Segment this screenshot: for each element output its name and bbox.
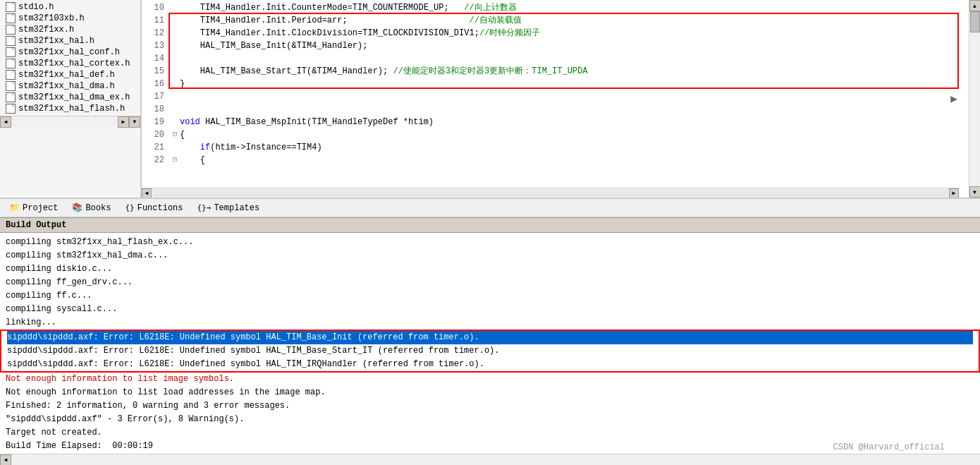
line-number: 11	[142, 14, 170, 27]
code-lines: 10 TIM4_Handler.Init.CounterMode=TIM_COU…	[142, 0, 969, 168]
project-icon: 📁	[9, 203, 20, 213]
tab-project-label: Project	[23, 203, 58, 213]
build-output-line: Finished: 2 information, 0 warning and 3…	[6, 399, 974, 413]
tab-books[interactable]: 📚 Books	[66, 200, 117, 216]
line-content: {	[180, 128, 969, 141]
vscroll-track[interactable]	[969, 11, 980, 186]
build-output-line: Target not created.	[6, 426, 974, 440]
code-line: 11 TIM4_Handler.Init.Period=arr; //自动装载值	[142, 14, 969, 27]
build-output-line: compiling ff_gen_drv.c...	[6, 276, 974, 289]
file-name: stm32f1xx_hal_dma.h	[18, 81, 115, 91]
file-item[interactable]: stdio.h	[0, 1, 140, 13]
line-content: {	[180, 154, 969, 167]
vscroll-up[interactable]: ▲	[969, 0, 981, 11]
file-name: stm32f1xx_hal_conf.h	[18, 47, 120, 57]
file-name: stm32f1xx_hal.h	[18, 36, 94, 46]
code-line: 10 TIM4_Handler.Init.CounterMode=TIM_COU…	[142, 1, 969, 14]
tab-functions[interactable]: {} Functions	[118, 200, 189, 216]
file-icon	[6, 59, 16, 68]
file-item[interactable]: stm32f103xb.h	[0, 13, 140, 24]
build-output-line: compiling syscall.c...	[6, 303, 974, 316]
file-item[interactable]: stm32f1xx_hal_dma.h	[0, 80, 140, 92]
error-highlight-box: sipddd\sipddd.axf: Error: L6218E: Undefi…	[0, 330, 980, 373]
line-number: 10	[142, 1, 170, 14]
file-name: stm32f1xx_hal_def.h	[18, 70, 115, 80]
file-item[interactable]: stm32f1xx_hal_cortex.h	[0, 58, 140, 69]
line-number: 12	[142, 27, 170, 40]
line-content: TIM4_Handler.Init.ClockDivision=TIM_CLOC…	[180, 27, 969, 40]
code-line: 14	[142, 52, 969, 65]
file-item[interactable]: stm32f1xx_hal.h	[0, 35, 140, 47]
watermark: CSDN @Harvard_official	[833, 442, 945, 452]
file-item[interactable]: stm32f1xx_hal_def.h	[0, 69, 140, 80]
build-output-line: compiling stm32f1xx_hal_dma.c...	[6, 249, 974, 262]
line-number: 20	[142, 128, 170, 141]
hscroll-left[interactable]: ◀	[142, 188, 152, 198]
line-number: 19	[142, 116, 170, 128]
line-content: HAL_TIM_Base_Start_IT(&TIM4_Handler); //…	[180, 65, 969, 78]
fold-indicator[interactable]: ⊟	[170, 154, 180, 167]
file-name: stdio.h	[18, 2, 54, 12]
build-output-content: compiling stm32f1xx_hal_flash_ex.c...com…	[0, 233, 980, 454]
tab-project[interactable]: 📁 Project	[3, 200, 64, 216]
line-content: }	[180, 78, 969, 90]
line-content: if(htim->Instance==TIM4)	[180, 141, 969, 154]
line-number: 14	[142, 52, 170, 65]
file-name: stm32f1xx.h	[18, 25, 74, 35]
code-line: 19void HAL_TIM_Base_MspInit(TIM_HandleTy…	[142, 116, 969, 128]
file-name: stm32f1xx_hal_dma_ex.h	[18, 92, 130, 102]
bottom-hscroll[interactable]: ◀	[0, 454, 980, 465]
code-line: 17	[142, 90, 969, 103]
fold-indicator[interactable]: ⊟	[170, 128, 180, 141]
file-icon	[6, 81, 16, 91]
hscroll-right[interactable]: ▶	[949, 188, 959, 198]
vscroll-down[interactable]: ▼	[969, 186, 981, 198]
file-icon	[6, 2, 16, 12]
code-arrow-right: ▶	[950, 92, 957, 106]
line-content: void HAL_TIM_Base_MspInit(TIM_HandleType…	[180, 116, 969, 128]
tab-functions-label: Functions	[137, 203, 183, 213]
code-vscrollbar[interactable]: ▲ ▼	[969, 0, 980, 198]
build-output-line: compiling diskio.c...	[6, 262, 974, 276]
build-output-line: "sipddd\sipddd.axf" - 3 Error(s), 8 Warn…	[6, 413, 974, 426]
line-content: HAL_TIM_Base_Init(&TIM4_Handler);	[180, 40, 969, 52]
file-name: stm32f103xb.h	[18, 13, 85, 23]
code-line: 21 if(htim->Instance==TIM4)	[142, 141, 969, 154]
line-number: 15	[142, 65, 170, 78]
build-output-line[interactable]: sipddd\sipddd.axf: Error: L6218E: Undefi…	[7, 331, 973, 344]
templates-icon: {}→	[197, 203, 212, 212]
file-icon	[6, 70, 16, 80]
file-item[interactable]: stm32f1xx_hal_dma_ex.h	[0, 92, 140, 103]
tab-books-label: Books	[85, 203, 111, 213]
scroll-down-btn[interactable]: ▼	[129, 116, 140, 128]
file-icon	[6, 92, 16, 102]
code-line: 18	[142, 103, 969, 116]
code-line: 13 HAL_TIM_Base_Init(&TIM4_Handler);	[142, 40, 969, 52]
line-content: TIM4_Handler.Init.CounterMode=TIM_COUNTE…	[180, 1, 969, 14]
file-item[interactable]: stm32f1xx_hal_conf.h	[0, 47, 140, 58]
line-number: 22	[142, 154, 170, 167]
build-output-line: linking...	[6, 316, 974, 330]
code-hscrollbar[interactable]: ◀ ▶	[142, 188, 959, 198]
code-line: 15 HAL_TIM_Base_Start_IT(&TIM4_Handler);…	[142, 65, 969, 78]
tab-templates[interactable]: {}→ Templates	[191, 200, 267, 216]
file-name: stm32f1xx_hal_cortex.h	[18, 59, 130, 68]
build-output-line: Not enough information to list load addr…	[6, 386, 974, 399]
scroll-left-btn[interactable]: ◀	[0, 116, 11, 128]
top-area: stdio.hstm32f103xb.hstm32f1xx.hstm32f1xx…	[0, 0, 980, 198]
file-item[interactable]: stm32f1xx.h	[0, 24, 140, 35]
line-number: 16	[142, 78, 170, 90]
file-icon	[6, 36, 16, 46]
file-list: stdio.hstm32f103xb.hstm32f1xx.hstm32f1xx…	[0, 0, 140, 116]
line-number: 17	[142, 90, 170, 103]
left-hscroll[interactable]: ◀ ▶ ▼	[0, 116, 140, 127]
line-content: TIM4_Handler.Init.Period=arr; //自动装载值	[180, 14, 969, 27]
build-output-header: Build Output	[0, 217, 980, 233]
bottom-scroll-left[interactable]: ◀	[0, 454, 11, 466]
file-panel: stdio.hstm32f103xb.hstm32f1xx.hstm32f1xx…	[0, 0, 141, 198]
build-output-line: compiling ff.c...	[6, 289, 974, 303]
vscroll-thumb[interactable]	[970, 11, 980, 32]
scroll-right-btn[interactable]: ▶	[118, 116, 129, 128]
file-item[interactable]: stm32f1xx_hal_flash.h	[0, 103, 140, 114]
build-output-line: sipddd\sipddd.axf: Error: L6218E: Undefi…	[7, 358, 973, 371]
